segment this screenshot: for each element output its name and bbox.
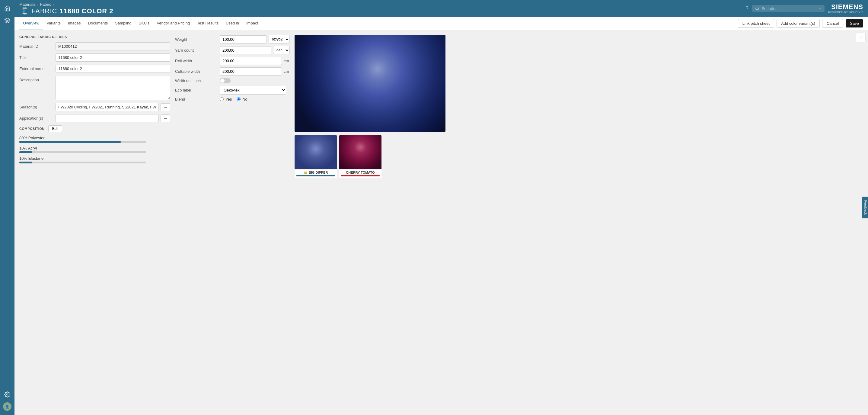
eco-label-label: Eco label — [175, 88, 217, 92]
fabric-icon: 🧵 — [21, 7, 29, 15]
tab-impact[interactable]: Impact — [243, 17, 262, 30]
title-input[interactable] — [56, 54, 170, 62]
yarn-count-unit-select[interactable]: den Nm Ne — [273, 46, 290, 54]
applications-arrow-button[interactable]: → — [161, 115, 170, 122]
search-input[interactable] — [762, 6, 815, 11]
description-label: Description — [19, 76, 56, 82]
seasons-arrow-button[interactable]: → — [161, 103, 170, 111]
tab-images[interactable]: Images — [64, 17, 85, 30]
tab-test-results[interactable]: Test Results — [193, 17, 222, 30]
description-input[interactable] — [56, 76, 170, 100]
add-color-variant-button[interactable]: Add color variant(s) — [777, 19, 820, 28]
tab-variants[interactable]: Variants — [43, 17, 64, 30]
svg-marker-0 — [5, 18, 10, 21]
roll-width-group: Roll width cm — [175, 57, 290, 65]
yarn-count-label: Yarn count — [175, 48, 217, 53]
tab-sampling[interactable]: Sampling — [112, 17, 135, 30]
thumbnail-row: 👑 BIG DIPPER CHERRY TOMATO — [294, 135, 381, 178]
thumbnail-big-dipper-name: 👑 BIG DIPPER — [297, 171, 335, 174]
blend-label: Blend — [175, 97, 217, 101]
thumbnail-cherry-tomato-name: CHERRY TOMATO — [341, 171, 380, 174]
general-fabric-details-title: GENERAL FABRIC DETAILS — [19, 35, 170, 39]
cancel-button[interactable]: Cancel — [822, 19, 843, 28]
external-name-group: External name — [19, 65, 170, 73]
page-title: 🧵 FABRIC 11680 COLOR 2 — [21, 7, 114, 15]
sidebar-layers-icon[interactable] — [2, 15, 13, 26]
weight-label: Weight — [175, 37, 217, 42]
description-group: Description — [19, 76, 170, 100]
width-unit-inch-label: Width unit inch — [175, 79, 217, 83]
weight-value: oz/yd2 g/m2 — [220, 35, 290, 43]
composition-edit-button[interactable]: Edit — [48, 125, 62, 132]
weight-input[interactable] — [220, 35, 267, 43]
cuttable-width-input[interactable] — [220, 67, 282, 76]
seasons-input[interactable] — [56, 103, 159, 111]
sidebar-settings-icon[interactable] — [2, 389, 13, 400]
title-label: Title — [19, 54, 56, 60]
composition-acryl-bar-fill — [19, 151, 32, 153]
help-icon[interactable]: ? — [746, 6, 748, 11]
feedback-tab[interactable]: Feedback — [862, 197, 868, 218]
applications-input[interactable] — [56, 114, 159, 122]
svg-point-1 — [7, 394, 8, 395]
siemens-powered: POWERED BY MENDIX™ — [828, 11, 863, 14]
attributes-panel: Weight oz/yd2 g/m2 Yarn count den Nm Ne — [175, 35, 290, 410]
tab-used-in[interactable]: Used in — [222, 17, 243, 30]
sidebar-home-icon[interactable] — [2, 3, 13, 14]
composition-title: COMPOSITION — [19, 127, 45, 130]
composition-polyester-label: 80% Polyester — [19, 136, 170, 140]
thumbnail-cherry-tomato-color-bar — [341, 175, 380, 176]
topbar: Materials › Fabric › 🧵 FABRIC 11680 COLO… — [14, 0, 868, 17]
siemens-logo: SIEMENS — [828, 3, 863, 11]
search-box[interactable] — [752, 5, 825, 12]
save-button[interactable]: Save — [846, 19, 863, 28]
blend-yes-radio[interactable]: Yes — [220, 97, 232, 101]
link-pitch-sheet-button[interactable]: Link pitch sheet — [738, 19, 774, 28]
cuttable-width-group: Cuttable width cm — [175, 67, 290, 76]
weight-unit-select[interactable]: oz/yd2 g/m2 — [269, 35, 290, 43]
roll-width-label: Roll width — [175, 59, 217, 63]
tabbar: Overview Variants Images Documents Sampl… — [14, 17, 868, 30]
blend-no-radio[interactable]: No — [237, 97, 247, 101]
tab-vendor-pricing[interactable]: Vendor and Pricing — [153, 17, 193, 30]
sidebar-avatar[interactable]: 👤 — [2, 401, 13, 412]
width-unit-inch-group: Width unit inch — [175, 78, 290, 83]
composition-polyester: 80% Polyester — [19, 136, 170, 143]
eco-label-group: Eco label Oeko-tex GOTS Bluesign None — [175, 86, 290, 94]
material-id-label: Material ID — [19, 42, 56, 49]
thumbnail-big-dipper-color-bar — [297, 175, 335, 176]
breadcrumb-materials[interactable]: Materials — [19, 2, 35, 7]
search-icon — [755, 6, 760, 10]
left-panel: GENERAL FABRIC DETAILS Material ID Title… — [19, 35, 170, 410]
tab-documents[interactable]: Documents — [85, 17, 112, 30]
breadcrumb-fabric[interactable]: Fabric — [40, 2, 51, 7]
thumbnail-cherry-tomato-label-container: CHERRY TOMATO — [339, 169, 381, 178]
tab-skus[interactable]: SKU's — [135, 17, 153, 30]
roll-width-value: cm — [220, 57, 290, 65]
toggle-knob — [220, 79, 224, 83]
thumbnail-big-dipper-label-container: 👑 BIG DIPPER — [294, 169, 337, 178]
composition-polyester-bar-fill — [19, 141, 121, 143]
thumbnail-cherry-tomato[interactable]: CHERRY TOMATO — [339, 135, 381, 178]
svg-point-2 — [755, 7, 758, 10]
roll-width-input[interactable] — [220, 57, 282, 65]
material-id-input[interactable] — [56, 42, 170, 51]
tab-overview[interactable]: Overview — [19, 17, 43, 30]
eco-label-select[interactable]: Oeko-tex GOTS Bluesign None — [220, 86, 286, 94]
seasons-label: Season(s) — [19, 103, 56, 109]
blend-group: Blend Yes No — [175, 97, 290, 101]
favorite-button[interactable]: ♡ — [856, 33, 866, 42]
composition-elastane-label: 10% Elastane — [19, 156, 170, 161]
yarn-count-group: Yarn count den Nm Ne — [175, 46, 290, 54]
width-unit-inch-toggle[interactable] — [220, 78, 230, 83]
main-content: GENERAL FABRIC DETAILS Material ID Title… — [14, 30, 868, 415]
composition-polyester-bar-bg — [19, 141, 146, 143]
yarn-count-input[interactable] — [220, 46, 271, 54]
chevron-down-icon — [818, 7, 822, 10]
external-name-input[interactable] — [56, 65, 170, 73]
applications-label: Application(s) — [19, 114, 56, 120]
thumbnail-big-dipper[interactable]: 👑 BIG DIPPER — [294, 135, 337, 178]
weight-group: Weight oz/yd2 g/m2 — [175, 35, 290, 43]
svg-line-3 — [758, 9, 759, 10]
cuttable-width-label: Cuttable width — [175, 69, 217, 74]
